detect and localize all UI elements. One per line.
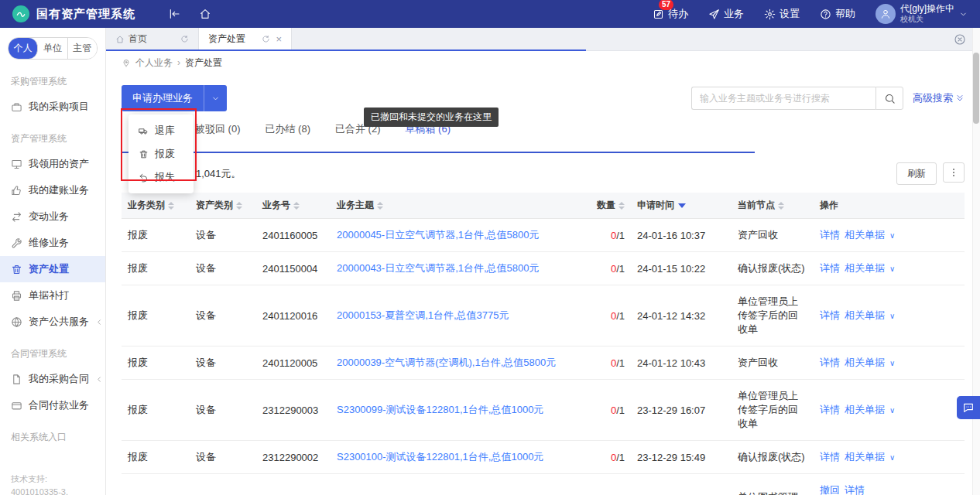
refresh-icon[interactable]: [262, 35, 270, 43]
avatar: [875, 4, 896, 24]
sidebar-item[interactable]: 变动业务: [0, 203, 105, 230]
action-link[interactable]: 详情: [820, 404, 840, 415]
column-header[interactable]: 当前节点: [732, 193, 814, 219]
apply-business-label[interactable]: 申请办理业务: [122, 85, 204, 111]
action-link[interactable]: 相关单据: [845, 451, 885, 463]
column-header[interactable]: 业务号: [256, 193, 331, 219]
sidebar-item[interactable]: 我的建账业务: [0, 177, 105, 203]
action-link[interactable]: 相关单据: [845, 229, 885, 241]
tabstrip: 首页 资产处置 ×: [106, 28, 980, 51]
action-link[interactable]: 详情: [820, 451, 840, 463]
sidebar-item[interactable]: 我领用的资产: [0, 151, 105, 177]
subject-link[interactable]: S2300099-测试设备122801,1台件,总值1000元: [337, 404, 543, 415]
apply-business-button[interactable]: 申请办理业务: [122, 85, 227, 111]
sidebar-item[interactable]: 我的采购项目: [0, 94, 105, 120]
breadcrumb-item[interactable]: 个人业务: [135, 56, 173, 70]
search-input[interactable]: [691, 87, 875, 110]
sidebar-item[interactable]: 维修业务: [0, 230, 105, 256]
scrollbar-thumb[interactable]: [973, 53, 979, 124]
sort-icon: [778, 202, 784, 210]
scrollbar[interactable]: [972, 28, 980, 495]
sidebar-item-label: 我领用的资产: [29, 157, 89, 171]
action-link[interactable]: 详情: [820, 262, 840, 274]
role-tab[interactable]: 个人: [9, 38, 38, 59]
subject-link[interactable]: 20000045-日立空气调节器,1台件,总值5800元: [337, 229, 540, 241]
action-link[interactable]: 详情: [820, 357, 840, 368]
cell-subject: 20000045-日立空气调节器,1台件,总值5800元: [331, 219, 588, 252]
cell-asset-type: 设备: [190, 441, 256, 474]
search-button[interactable]: [875, 87, 903, 110]
cell-subject: S2300099-测试设备122801,1台件,总值1000元: [331, 380, 588, 441]
subject-link[interactable]: S2300100-测试设备122801,1台件,总值1000元: [337, 451, 543, 463]
refresh-icon[interactable]: [180, 35, 189, 43]
sidebar-item[interactable]: 资产处置: [0, 256, 105, 282]
role-tab[interactable]: 单位: [38, 38, 67, 59]
cell-business-no: 2312290003: [256, 380, 331, 441]
settings-menu[interactable]: 设置: [764, 7, 800, 21]
column-header[interactable]: 业务主题: [331, 193, 588, 219]
sort-desc-icon: [678, 203, 686, 208]
action-link[interactable]: 撤回: [820, 484, 840, 495]
role-tab[interactable]: 主管: [68, 38, 97, 59]
sort-icon: [168, 202, 174, 210]
sidebar-item[interactable]: 资产公共服务: [0, 309, 105, 335]
action-link[interactable]: 相关单据: [845, 404, 885, 415]
cell-apply-time: 24-01-16 10:37: [631, 219, 732, 252]
chat-button[interactable]: [957, 396, 980, 419]
close-icon[interactable]: ×: [276, 34, 282, 44]
close-circle-icon[interactable]: [954, 33, 966, 46]
chevron-down-icon: ∨: [889, 265, 895, 273]
user-menu[interactable]: 代[gly]操作中 校机关: [875, 4, 968, 24]
action-link[interactable]: 详情: [845, 484, 865, 495]
more-button[interactable]: [943, 162, 965, 183]
cell-business-category: 报废: [122, 441, 190, 474]
sort-icon: [236, 202, 242, 210]
chevrons-down-icon: [955, 94, 965, 103]
sidebar-item-label: 合同付款业务: [29, 398, 89, 412]
advanced-search-link[interactable]: 高级搜索: [913, 91, 965, 105]
tab-asset-disposal[interactable]: 资产处置 ×: [199, 28, 292, 50]
action-link[interactable]: 详情: [820, 229, 840, 241]
cell-business-category: 报废: [122, 219, 190, 252]
subject-link[interactable]: 20000153-夏普空调,1台件,总值3775元: [337, 309, 509, 321]
business-menu[interactable]: 业务: [708, 7, 744, 21]
cell-actions: 详情相关单据∨: [814, 380, 965, 441]
cell-subject: 20000153-夏普空调,1台件,总值3775元: [331, 285, 588, 346]
apply-dropdown-toggle[interactable]: [204, 85, 227, 111]
column-header[interactable]: 数量: [588, 193, 631, 219]
filter-tab[interactable]: 被驳回 (0): [195, 122, 241, 136]
action-link[interactable]: 相关单据: [845, 357, 885, 368]
filter-tab[interactable]: 已办结 (8): [266, 122, 311, 136]
subject-link[interactable]: 20000043-日立空气调节器,1台件,总值5800元: [337, 262, 540, 274]
sidebar-item[interactable]: 合同付款业务: [0, 392, 105, 418]
cell-quantity: 0/1: [588, 474, 631, 495]
refresh-button[interactable]: 刷新: [896, 162, 937, 185]
breadcrumb: 个人业务 › 资产处置: [106, 51, 980, 74]
home-icon[interactable]: [199, 8, 211, 20]
sidebar-item-label: 单据补打: [29, 288, 69, 302]
collapse-sidebar-icon[interactable]: [168, 8, 180, 20]
column-header[interactable]: 资产类别: [190, 193, 256, 219]
help-menu[interactable]: 帮助: [820, 7, 855, 21]
todo-menu[interactable]: 57 待办: [653, 7, 688, 21]
dropdown-menu-item[interactable]: 退库: [128, 119, 194, 142]
action-link[interactable]: 相关单据: [845, 309, 885, 321]
column-header[interactable]: 业务类别: [122, 193, 190, 219]
action-link[interactable]: 相关单据: [845, 262, 885, 274]
subject-link[interactable]: 20000039-空气调节器(空调机),1台件,总值5800元: [337, 357, 556, 368]
table-row: 报废设备2312290003S2300099-测试设备122801,1台件,总值…: [122, 380, 965, 441]
sidebar-item[interactable]: 单据补打: [0, 282, 105, 309]
action-link[interactable]: 详情: [820, 309, 840, 321]
cell-quantity: 0/1: [588, 380, 631, 441]
user-name: 代[gly]操作中: [900, 4, 954, 15]
dropdown-menu-item[interactable]: 报失: [128, 166, 194, 189]
dropdown-menu-item[interactable]: 报废: [128, 142, 194, 166]
column-header[interactable]: 申请时间: [631, 193, 732, 219]
toolbar: 申请办理业务 高级搜索: [122, 85, 965, 111]
tab-home[interactable]: 首页: [106, 28, 199, 50]
printer-icon: [11, 290, 22, 302]
briefcase-icon: [11, 101, 22, 113]
sidebar-item[interactable]: 我的采购合同: [0, 366, 105, 392]
cell-apply-time: 23-12-29 16:07: [631, 380, 732, 441]
sidebar-item-label: 资产公共服务: [29, 315, 89, 329]
